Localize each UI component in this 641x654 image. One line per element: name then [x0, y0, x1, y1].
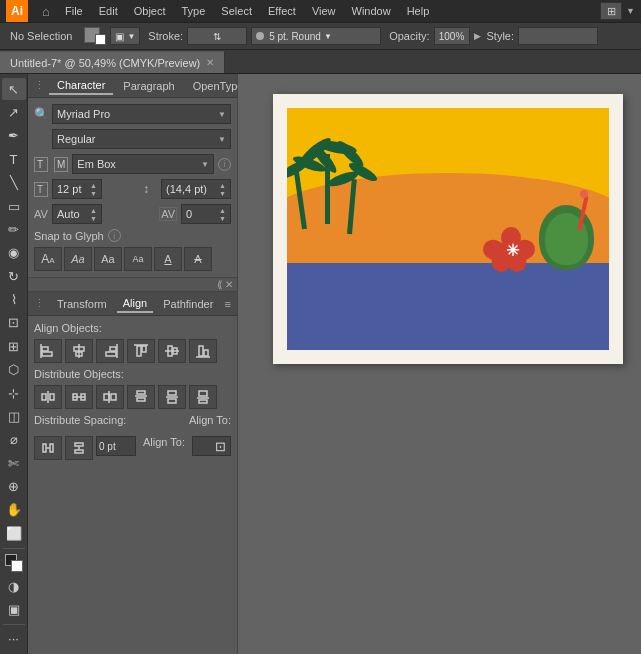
dist-center-h-btn[interactable] — [65, 385, 93, 409]
embox-info-icon[interactable]: i — [218, 158, 231, 171]
dist-space-v-btn[interactable] — [65, 436, 93, 460]
menu-edit[interactable]: Edit — [92, 3, 125, 19]
menu-window[interactable]: Window — [345, 3, 398, 19]
tool-artboard[interactable]: ⬜ — [2, 522, 26, 544]
align-objects-row — [34, 339, 231, 363]
leading-down-arrow[interactable]: ▼ — [219, 190, 226, 197]
align-bottom-btn[interactable] — [189, 339, 217, 363]
workspace-arrow[interactable]: ▼ — [626, 6, 635, 16]
canvas-area[interactable]: ✳ — [238, 74, 641, 654]
tool-type[interactable]: T — [2, 148, 26, 170]
character-panel-header: ⋮ Character Paragraph OpenType ≡ ✕ — [28, 74, 237, 98]
tracking-input[interactable]: 0 ▲ ▼ — [181, 204, 231, 224]
snap-info-icon[interactable]: i — [108, 229, 121, 242]
tab-close-button[interactable]: ✕ — [206, 57, 214, 68]
tool-rectangle[interactable]: ▭ — [2, 195, 26, 217]
aa-btn-1[interactable]: Aa — [64, 247, 92, 271]
align-center-h-btn[interactable] — [65, 339, 93, 363]
size-up-arrow[interactable]: ▲ — [90, 182, 97, 189]
align-top-btn[interactable] — [127, 339, 155, 363]
opacity-expand[interactable]: ▶ — [474, 31, 481, 41]
tool-misc[interactable]: ··· — [2, 628, 26, 650]
dist-space-h-btn[interactable] — [34, 436, 62, 460]
opacity-value[interactable]: 100% — [434, 27, 470, 45]
stroke-dropdown-arrow: ▼ — [324, 32, 332, 41]
tool-mesh[interactable]: ⊹ — [2, 382, 26, 404]
stroke-dropdown[interactable]: 5 pt. Round ▼ — [251, 27, 381, 45]
align-left-btn[interactable] — [34, 339, 62, 363]
track-up-arrow[interactable]: ▲ — [219, 207, 226, 214]
tool-warp[interactable]: ⌇ — [2, 288, 26, 310]
document-tab[interactable]: Untitled-7* @ 50,49% (CMYK/Preview) ✕ — [0, 51, 225, 73]
aa-btn-0[interactable]: Aa — [34, 247, 62, 271]
svg-rect-10 — [142, 346, 146, 352]
panel-collapse-row: ⟪ ✕ — [28, 278, 237, 292]
svg-rect-28 — [137, 398, 145, 401]
tool-blob[interactable]: ◉ — [2, 242, 26, 264]
font-style-input[interactable]: Regular ▼ — [52, 129, 231, 149]
tool-line[interactable]: ╲ — [2, 172, 26, 194]
tool-hand[interactable]: ✋ — [2, 499, 26, 521]
tool-gradient[interactable]: ◫ — [2, 405, 26, 427]
tool-shape-builder[interactable]: ⊞ — [2, 335, 26, 357]
dist-right-btn[interactable] — [96, 385, 124, 409]
menu-file[interactable]: File — [58, 3, 90, 19]
menu-effect[interactable]: Effect — [261, 3, 303, 19]
kern-down-arrow[interactable]: ▼ — [90, 215, 97, 222]
tool-zoom[interactable]: ⊕ — [2, 475, 26, 497]
aa-btn-2[interactable]: Aa — [94, 247, 122, 271]
tool-screen-mode[interactable]: ▣ — [2, 598, 26, 620]
leading-up-arrow[interactable]: ▲ — [219, 182, 226, 189]
workspace-switcher[interactable]: ⊞ — [600, 2, 622, 20]
doc-tab-title: Untitled-7* @ 50,49% (CMYK/Preview) — [10, 57, 200, 69]
menu-view[interactable]: View — [305, 3, 343, 19]
distribute-spacing-input[interactable]: 0 pt — [96, 436, 136, 456]
tool-fill-stroke[interactable] — [2, 551, 26, 573]
dist-bottom-btn[interactable] — [189, 385, 217, 409]
align-to-dropdown[interactable]: ⊡ — [192, 436, 231, 456]
tool-brush[interactable]: ✏ — [2, 218, 26, 240]
dist-center-v-btn[interactable] — [158, 385, 186, 409]
align-tab[interactable]: Align — [117, 295, 153, 313]
tool-free-transform[interactable]: ⊡ — [2, 312, 26, 334]
stroke-ctrl[interactable]: ⇅ — [187, 27, 247, 45]
menu-object[interactable]: Object — [127, 3, 173, 19]
tool-perspective[interactable]: ⬡ — [2, 359, 26, 381]
dist-left-btn[interactable] — [34, 385, 62, 409]
font-size-input[interactable]: 12 pt ▲ ▼ — [52, 179, 102, 199]
align-center-v-btn[interactable] — [158, 339, 186, 363]
aa-btn-4[interactable]: A — [154, 247, 182, 271]
menu-type[interactable]: Type — [175, 3, 213, 19]
align-panel-menu[interactable]: ≡ — [225, 298, 231, 310]
aa-btn-3[interactable]: Aa — [124, 247, 152, 271]
close-panel-icon[interactable]: ✕ — [225, 279, 233, 290]
transform-tab[interactable]: Transform — [51, 296, 113, 312]
home-icon[interactable]: ⌂ — [36, 1, 56, 21]
track-down-arrow[interactable]: ▼ — [219, 215, 226, 222]
size-down-arrow[interactable]: ▼ — [90, 190, 97, 197]
aa-btn-5[interactable]: A — [184, 247, 212, 271]
tool-color-mode[interactable]: ◑ — [2, 575, 26, 597]
fill-dropdown[interactable]: ▣ ▼ — [110, 27, 140, 45]
kerning-input[interactable]: Auto ▲ ▼ — [52, 204, 102, 224]
tool-rotate[interactable]: ↻ — [2, 265, 26, 287]
align-right-btn[interactable] — [96, 339, 124, 363]
font-name-input[interactable]: Myriad Pro ▼ — [52, 104, 231, 124]
pathfinder-tab[interactable]: Pathfinder — [157, 296, 219, 312]
tool-measure[interactable]: ✄ — [2, 452, 26, 474]
tool-eyedropper[interactable]: ⌀ — [2, 429, 26, 451]
tool-select[interactable]: ↖ — [2, 78, 26, 100]
menu-help[interactable]: Help — [400, 3, 437, 19]
tool-pen[interactable]: ✒ — [2, 125, 26, 147]
tool-direct-select[interactable]: ↗ — [2, 101, 26, 123]
style-input[interactable] — [518, 27, 598, 45]
menu-select[interactable]: Select — [214, 3, 259, 19]
stroke-box[interactable] — [95, 34, 106, 45]
paragraph-tab[interactable]: Paragraph — [115, 78, 182, 94]
collapse-icon[interactable]: ⟪ — [217, 279, 223, 290]
kern-up-arrow[interactable]: ▲ — [90, 207, 97, 214]
embox-input[interactable]: Em Box ▼ — [72, 154, 214, 174]
leading-input[interactable]: (14,4 pt) ▲ ▼ — [161, 179, 231, 199]
character-tab[interactable]: Character — [49, 77, 113, 95]
dist-top-btn[interactable] — [127, 385, 155, 409]
